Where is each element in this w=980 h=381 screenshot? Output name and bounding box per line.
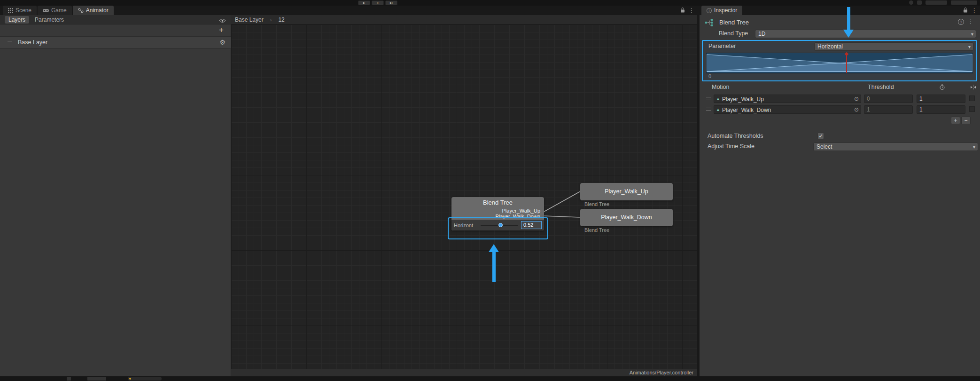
adjust-time-scale-row: Adjust Time Scale Select ▾ [700,143,980,151]
animator-layers-panel: Layers Parameters + Base Layer ⚙ [0,15,231,376]
breadcrumb: Base Layer › 12 [231,15,697,24]
threshold-field[interactable]: 0 [864,95,913,103]
layers-tab[interactable]: Layers [5,16,29,24]
kebab-menu-icon[interactable]: ⋮ [689,8,694,13]
annotation-arrow-down [843,30,854,38]
parameters-tab[interactable]: Parameters [31,16,68,24]
inspector-panel: i Inspector ⋮ Blend Tree ? ⋮ Blend Type … [700,6,980,376]
state-node-title: Player_Walk_Down [601,214,652,221]
parameter-dropdown[interactable]: Horizontal ▾ [814,42,973,51]
tab-game-label: Game [51,7,67,14]
animator-graph-panel: Base Layer › 12 Blend Tree Player_Walk_U… [231,15,697,376]
animation-clip-icon: ▲ [716,96,720,101]
parameter-position-marker[interactable] [846,53,847,73]
add-motion-button[interactable]: + [951,117,960,124]
animator-icon [78,8,84,13]
lock-icon[interactable] [680,7,685,13]
tab-game[interactable]: Game [38,6,72,15]
info-icon: i [707,8,712,13]
tab-inspector[interactable]: i Inspector [701,6,742,15]
state-node-player-walk-down[interactable]: Player_Walk_Down [580,209,673,226]
help-icon[interactable]: ? [958,19,964,25]
parameter-value: Horizontal [817,43,843,50]
blend-graph-min-label: 0 [708,73,711,79]
graph-canvas[interactable]: Blend Tree Player_Walk_Up Player_Walk_Do… [231,24,697,369]
status-dot-icon [129,378,131,380]
eye-icon[interactable] [219,17,226,24]
adjust-time-scale-value: Select [817,143,832,150]
automate-thresholds-checkbox[interactable]: ✓ [817,133,824,139]
breadcrumb-separator: › [270,17,272,23]
tab-scene-label: Scene [16,7,31,14]
add-layer-button[interactable]: + [216,25,227,35]
state-node-subtitle: Blend Tree [584,201,609,207]
speed-field[interactable]: 1 [917,95,965,103]
threshold-column-label: Threshold [868,84,894,90]
object-picker-icon[interactable]: ⊙ [854,106,859,113]
motion-row[interactable]: ▲ Player_Walk_Up ⊙ 0 1 [700,94,980,103]
automate-thresholds-label: Automate Thresholds [708,133,763,139]
chevron-down-icon: ▾ [971,31,973,38]
mirror-icon [970,84,976,92]
threshold-field[interactable]: 1 [864,105,913,114]
motion-name: Player_Walk_Up [722,95,764,103]
drag-handle-icon[interactable] [706,97,711,100]
animator-window-tabbar: Scene Game Animator ⋮ [0,6,697,15]
status-message [87,377,106,381]
speed-field[interactable]: 1 [917,105,965,114]
drag-handle-icon[interactable] [8,41,12,44]
inspector-window-controls: ⋮ [963,7,977,13]
tab-animator-label: Animator [86,7,109,14]
game-icon [43,8,49,13]
blend-tree-node-title: Blend Tree [451,197,544,208]
blend-space-visualizer[interactable] [706,53,973,73]
kebab-menu-icon[interactable]: ⋮ [968,19,973,24]
state-node-title: Player_Walk_Up [605,188,648,195]
tab-animator[interactable]: Animator [73,6,114,15]
play-button[interactable]: ▶ [358,0,370,5]
blend-type-label: Blend Type [719,30,748,37]
object-picker-icon[interactable]: ⊙ [854,95,859,103]
status-badge[interactable] [128,377,162,381]
motion-row[interactable]: ▲ Player_Walk_Down ⊙ 1 1 [700,105,980,114]
motion-object-field[interactable]: ▲ Player_Walk_Down ⊙ [714,105,861,114]
layers-parameters-toolbar: Layers Parameters [0,15,231,24]
motion-column-label: Motion [712,84,730,90]
blend-type-value: 1D [758,31,765,37]
blend-type-dropdown[interactable]: 1D ▾ [755,30,976,38]
layer-add-row: + [0,24,231,37]
remove-motion-button[interactable]: − [961,117,971,124]
layers-dropdown[interactable] [926,0,947,5]
motion-object-field[interactable]: ▲ Player_Walk_Up ⊙ [714,95,861,103]
search-icon[interactable] [917,0,922,5]
transport-controls: ▶ || ▶| [358,0,397,5]
breadcrumb-layer[interactable]: Base Layer [235,16,264,23]
state-node-player-walk-up[interactable]: Player_Walk_Up [580,183,673,200]
tab-scene[interactable]: Scene [3,6,37,15]
kebab-menu-icon[interactable]: ⋮ [972,8,977,13]
drag-handle-icon[interactable] [706,108,711,111]
account-icon[interactable] [909,0,913,5]
statusbar [0,376,980,381]
gear-icon[interactable]: ⚙ [219,39,226,46]
topbar-right-controls [909,0,977,5]
mirror-checkbox[interactable] [969,106,975,112]
layer-item-base-layer[interactable]: Base Layer ⚙ [0,37,231,49]
annotation-arrow-down-shaft [847,7,850,30]
step-button[interactable]: ▶| [385,0,397,5]
unity-editor-window: ▶ || ▶| Scene Game Animator ⋮ [0,0,980,381]
blend-triangles [707,53,972,73]
inspector-header: Blend Tree ? ⋮ [700,17,980,29]
motion-list-header: Motion Threshold [700,83,980,93]
speed-icon [939,84,945,92]
lock-icon[interactable] [963,7,968,13]
controller-path: Animations/Player.controller [231,369,697,376]
mirror-checkbox[interactable] [969,95,975,101]
inspector-title: Blend Tree [719,19,749,26]
layout-dropdown[interactable] [951,0,977,5]
annotation-highlight-parameter: Parameter Horizontal ▾ 0 [702,40,977,81]
breadcrumb-count: 12 [278,16,284,23]
console-icon[interactable] [67,377,71,381]
adjust-time-scale-dropdown[interactable]: Select ▾ [813,143,978,151]
pause-button[interactable]: || [372,0,384,5]
